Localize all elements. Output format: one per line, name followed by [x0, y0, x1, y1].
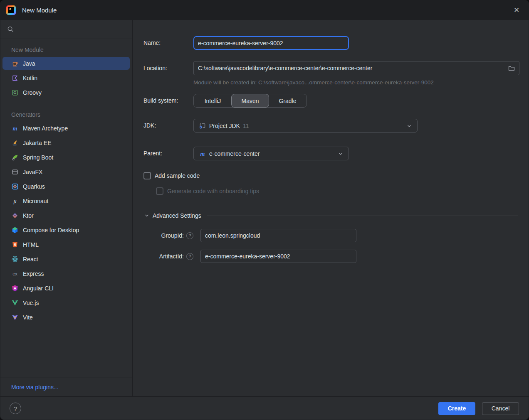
create-button[interactable]: Create: [438, 402, 475, 415]
sidebar-item-label: Java: [23, 60, 35, 67]
parent-label: Parent:: [143, 147, 162, 160]
parent-select[interactable]: m e-commerce-center: [193, 147, 349, 160]
react-icon: [11, 255, 19, 263]
vite-icon: [11, 314, 19, 321]
add-sample-code-checkbox[interactable]: Add sample code: [143, 172, 200, 179]
checkbox-box: [156, 187, 163, 195]
sidebar-item-express[interactable]: ex Express: [2, 267, 130, 280]
groupid-input[interactable]: [200, 229, 356, 242]
sidebar-item-label: Maven Archetype: [23, 125, 68, 132]
javafx-icon: [11, 168, 19, 176]
sidebar-item-label: Express: [23, 270, 44, 277]
new-module-dialog: IJ New Module ✕ New Module: [0, 0, 529, 420]
maven-icon: m: [11, 125, 19, 132]
sidebar-item-maven-archetype[interactable]: m Maven Archetype: [2, 122, 130, 135]
sidebar-item-label: Ktor: [23, 212, 34, 219]
sidebar-item-jakarta-ee[interactable]: Jakarta EE: [2, 136, 130, 149]
location-input[interactable]: [193, 61, 519, 75]
sidebar-item-angular-cli[interactable]: A Angular CLI: [2, 282, 130, 295]
build-option-intellij[interactable]: IntelliJ: [194, 94, 232, 107]
artifactid-row: ArtifactId: ?: [133, 250, 356, 263]
quarkus-icon: [11, 183, 19, 190]
folder-browse-icon[interactable]: [508, 64, 515, 72]
cancel-button[interactable]: Cancel: [482, 402, 519, 415]
sidebar-item-label: Spring Boot: [23, 154, 53, 161]
build-system-segmented: IntelliJ Maven Gradle: [193, 94, 307, 108]
sidebar-item-label: Micronaut: [23, 198, 48, 204]
angular-icon: A: [11, 285, 19, 292]
sidebar-item-java[interactable]: Java: [2, 57, 130, 70]
svg-text:m: m: [200, 150, 205, 157]
kotlin-icon: [11, 74, 19, 82]
sidebar-item-quarkus[interactable]: Quarkus: [2, 180, 130, 193]
dialog-title: New Module: [22, 7, 57, 14]
sidebar-item-label: Vite: [23, 314, 33, 321]
sidebar: New Module Java Kotlin: [0, 20, 133, 396]
sidebar-item-kotlin[interactable]: Kotlin: [2, 71, 130, 84]
name-input[interactable]: [193, 36, 349, 50]
help-icon[interactable]: ?: [10, 403, 21, 414]
titlebar: IJ New Module ✕: [0, 0, 529, 20]
svg-text:5: 5: [14, 242, 16, 246]
dialog-body: New Module Java Kotlin: [0, 20, 529, 396]
sidebar-item-vuejs[interactable]: Vue.js: [2, 296, 130, 309]
sidebar-item-ktor[interactable]: Ktor: [2, 209, 130, 222]
chevron-down-icon: [338, 151, 344, 157]
sidebar-item-label: Quarkus: [23, 183, 45, 190]
sidebar-item-label: React: [23, 256, 38, 263]
spring-boot-icon: [11, 154, 19, 161]
advanced-settings-header[interactable]: Advanced Settings: [144, 212, 518, 219]
chevron-down-icon: [406, 123, 412, 129]
close-icon[interactable]: ✕: [510, 4, 523, 17]
jdk-label: JDK:: [143, 119, 156, 133]
help-icon[interactable]: ?: [186, 232, 193, 239]
checkbox-label: Generate code with onboarding tips: [167, 188, 259, 194]
sidebar-item-javafx[interactable]: JavaFX: [2, 165, 130, 178]
sidebar-item-micronaut[interactable]: μ Micronaut: [2, 194, 130, 207]
separator-line: [207, 216, 518, 216]
sidebar-item-label: JavaFX: [23, 169, 42, 175]
micronaut-icon: μ: [11, 197, 19, 205]
jdk-version: 11: [243, 123, 249, 129]
sidebar-item-compose-for-desktop[interactable]: Compose for Desktop: [2, 224, 130, 236]
sidebar-item-label: Groovy: [23, 89, 42, 96]
footer-buttons: Create Cancel: [438, 402, 519, 415]
sidebar-bottom: More via plugins...: [0, 378, 132, 396]
compose-icon: [11, 226, 19, 234]
help-icon[interactable]: ?: [186, 253, 193, 260]
jakarta-ee-icon: [11, 139, 19, 147]
sidebar-item-label: Vue.js: [23, 300, 39, 306]
svg-text:G: G: [13, 90, 16, 95]
build-system-label: Build system:: [143, 94, 178, 108]
sidebar-item-html[interactable]: 5 HTML: [2, 238, 130, 251]
sidebar-item-label: HTML: [23, 241, 39, 248]
search-icon: [7, 26, 14, 33]
more-via-plugins-link[interactable]: More via plugins...: [11, 384, 59, 391]
sidebar-item-label: Compose for Desktop: [23, 227, 79, 233]
sidebar-item-label: Jakarta EE: [23, 140, 51, 146]
svg-text:A: A: [14, 286, 17, 290]
section-header-new-module: New Module: [2, 45, 130, 57]
artifactid-input[interactable]: [200, 250, 356, 263]
jdk-value: Project JDK: [209, 123, 240, 129]
svg-text:m: m: [13, 125, 17, 131]
sidebar-item-react[interactable]: React: [2, 253, 130, 265]
jdk-icon: [199, 122, 206, 130]
intellij-logo-icon: IJ: [6, 5, 16, 15]
checkbox-label: Add sample code: [155, 172, 200, 179]
svg-text:μ: μ: [13, 198, 16, 204]
vue-icon: [11, 299, 19, 307]
location-label: Location:: [143, 61, 167, 75]
jdk-select[interactable]: Project JDK 11: [193, 119, 418, 133]
sidebar-item-groovy[interactable]: G Groovy: [2, 86, 130, 99]
advanced-settings-title: Advanced Settings: [153, 212, 201, 219]
build-option-maven[interactable]: Maven: [231, 94, 269, 108]
groupid-row: GroupId: ?: [133, 229, 356, 242]
svg-text:ex: ex: [12, 271, 17, 276]
footer: ? Create Cancel: [0, 396, 529, 420]
build-option-gradle[interactable]: Gradle: [269, 94, 307, 107]
java-icon: [11, 60, 19, 67]
sidebar-item-vite[interactable]: Vite: [2, 311, 130, 324]
sidebar-item-spring-boot[interactable]: Spring Boot: [2, 151, 130, 164]
search-field[interactable]: [0, 20, 132, 39]
